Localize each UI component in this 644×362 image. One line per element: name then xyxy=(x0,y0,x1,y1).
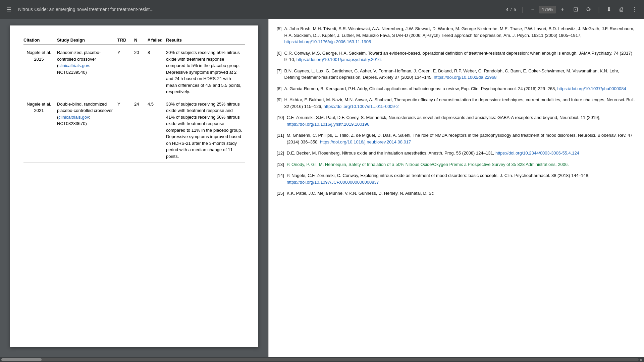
toolbar: ☰ Nitrous Oxide: an emerging novel treat… xyxy=(0,0,644,19)
zoom-out-button[interactable]: − xyxy=(528,5,537,14)
ref-content: C.R. Conway, M.S. George, H.A. Sackeim, … xyxy=(284,50,636,63)
header-trd: TRD xyxy=(117,36,134,45)
cell-failed: 8 xyxy=(148,45,166,98)
ref-content: A. Garcia-Romeu, B. Kersgaard, P.H. Addy… xyxy=(284,85,636,92)
ref-content: D.E. Becker, M. Rosenberg, Nitrous oxide… xyxy=(287,150,636,157)
ref-number: [10] xyxy=(277,114,284,127)
toolbar-right: ⊡ ⟳ | ⬇ ⎙ ⋮ xyxy=(571,4,640,14)
zoom-controls: − 175% + xyxy=(528,5,567,14)
document-title: Nitrous Oxide: an emerging novel treatme… xyxy=(18,7,502,12)
cell-failed: 4.5 xyxy=(148,98,166,163)
ref-content: A. John Rush, M.H. Trivedi, S.R. Wisniew… xyxy=(284,25,636,45)
pdf-panel: Citation Study Design TRD N # failed Res… xyxy=(0,19,268,362)
references-list: [5]A. John Rush, M.H. Trivedi, S.R. Wisn… xyxy=(277,25,636,197)
ref-number: [5] xyxy=(277,25,281,45)
ref-number: [9] xyxy=(277,97,281,110)
header-n: N xyxy=(134,36,148,45)
ref-link[interactable]: https://doi.org/10.1016/j.ynstr.2019.100… xyxy=(287,122,369,127)
main-content: Citation Study Design TRD N # failed Res… xyxy=(0,19,644,362)
ref-link[interactable]: https://doi.org/10.1016/j.neubiorev.2014… xyxy=(320,139,411,144)
cell-n: 20 xyxy=(134,45,148,98)
fit-page-button[interactable]: ⊡ xyxy=(571,4,581,14)
cell-study-design: Double-blind, randomized placebo-control… xyxy=(57,98,117,163)
reference-item: [15]K.K. Patel, J.C. Mejia Munne, V.R.N.… xyxy=(277,190,636,197)
cell-n: 24 xyxy=(134,98,148,163)
table-row: Nagele et al. 2021Double-blind, randomiz… xyxy=(23,98,245,163)
cell-trd: Y xyxy=(117,98,134,163)
ref-content: C.F. Zorumski, S.M. Paul, D.F. Covey, S.… xyxy=(287,114,636,127)
reference-item: [7]B.N. Gaynes, L. Lux, G. Gartlehner, G… xyxy=(277,68,636,81)
ref-number: [14] xyxy=(277,172,284,185)
ref-link[interactable]: https://doi.org/10.2344/0003-3006-55.4.1… xyxy=(495,150,579,156)
ref-number: [13] xyxy=(277,161,284,168)
reference-item: [11]M. Ghasemi, C. Phillips, L. Trillo, … xyxy=(277,132,636,145)
scroll-right-arrow[interactable]: ▶ xyxy=(640,358,644,362)
reference-item: [14]P. Nagele, C.F. Zorumski, C. Conway,… xyxy=(277,172,636,185)
ref-number: [8] xyxy=(277,85,281,92)
ref-content: M. Ghasemi, C. Phillips, L. Trillo, Z. d… xyxy=(287,132,636,145)
reference-item: [8]A. Garcia-Romeu, B. Kersgaard, P.H. A… xyxy=(277,85,636,92)
zoom-in-button[interactable]: + xyxy=(558,5,567,14)
menu-button[interactable]: ☰ xyxy=(4,5,14,14)
ref-number: [11] xyxy=(277,132,284,145)
reference-item: [6]C.R. Conway, M.S. George, H.A. Sackei… xyxy=(277,50,636,63)
header-failed: # failed xyxy=(148,36,166,45)
menu-icon: ☰ xyxy=(7,7,11,12)
cell-trd: Y xyxy=(117,45,134,98)
cell-results: 20% of subjects receiving 50% nitrous ox… xyxy=(166,45,245,98)
ref-link[interactable]: https://doi.org/10.1001/jamapsychiatry.2… xyxy=(297,57,382,62)
ref-link[interactable]: P. Onody, P. Gil, M. Hennequin, Safety o… xyxy=(287,162,569,167)
toolbar-divider-1: | xyxy=(522,6,523,13)
ref-content: K.K. Patel, J.C. Mejia Munne, V.R.N. Gun… xyxy=(287,190,636,197)
ref-link[interactable]: https://doi.org/10.1002/da.22968 xyxy=(434,75,496,80)
cell-citation: Nagele et al. 2015 xyxy=(23,45,57,98)
table-row: Nagele et al. 2015Randomized, placebo-co… xyxy=(23,45,245,98)
page-separator: / xyxy=(511,7,512,12)
scrollbar-thumb[interactable] xyxy=(1,358,42,361)
references-panel[interactable]: [5]A. John Rush, M.H. Trivedi, S.R. Wisn… xyxy=(268,19,644,362)
ref-link[interactable]: https://doi.org/10.1097/JCP.000000000000… xyxy=(287,180,379,185)
toolbar-divider-2: | xyxy=(598,6,600,13)
reference-item: [9]H. Akhtar, F. Bukhari, M. Nazir, M.N.… xyxy=(277,97,636,110)
ref-content: B.N. Gaynes, L. Lux, G. Gartlehner, G. A… xyxy=(284,68,636,81)
ref-number: [7] xyxy=(277,68,281,81)
reference-item: [12]D.E. Becker, M. Rosenberg, Nitrous o… xyxy=(277,150,636,157)
ref-link[interactable]: https://doi.org/10.1176/ajp.2006.163.11.… xyxy=(284,39,371,44)
history-button[interactable]: ⟳ xyxy=(584,4,594,14)
clinicaltrials-link[interactable]: clinicaltrials.gov xyxy=(58,63,89,68)
current-page: 4 xyxy=(506,7,508,12)
more-options-button[interactable]: ⋮ xyxy=(629,4,640,14)
print-button[interactable]: ⎙ xyxy=(617,5,626,14)
reference-item: [5]A. John Rush, M.H. Trivedi, S.R. Wisn… xyxy=(277,25,636,45)
ref-link[interactable]: https://doi.org/10.1007/s1...015-0009-2 xyxy=(324,104,399,109)
ref-link[interactable]: https://doi.org/10.1037/pha0000084 xyxy=(557,86,626,91)
zoom-level: 175% xyxy=(539,6,556,13)
header-citation: Citation xyxy=(23,36,57,45)
reference-item: [13]P. Onody, P. Gil, M. Hennequin, Safe… xyxy=(277,161,636,168)
header-results: Results xyxy=(166,36,245,45)
download-button[interactable]: ⬇ xyxy=(604,4,614,14)
ref-content: P. Onody, P. Gil, M. Hennequin, Safety o… xyxy=(287,161,636,168)
study-table: Citation Study Design TRD N # failed Res… xyxy=(23,36,245,163)
ref-content: P. Nagele, C.F. Zorumski, C. Conway, Exp… xyxy=(287,172,636,185)
ref-number: [6] xyxy=(277,50,281,63)
clinicaltrials-link[interactable]: clinicaltrials.gov xyxy=(58,115,89,120)
horizontal-scrollbar[interactable]: ▶ xyxy=(0,357,644,362)
reference-item: [10]C.F. Zorumski, S.M. Paul, D.F. Covey… xyxy=(277,114,636,127)
cell-results: 33% of subjects receiving 25% nitrous ox… xyxy=(166,98,245,163)
total-pages: 5 xyxy=(514,7,516,12)
ref-content: H. Akhtar, F. Bukhari, M. Nazir, M.N. An… xyxy=(284,97,636,110)
cell-citation: Nagele et al. 2021 xyxy=(23,98,57,163)
ref-number: [12] xyxy=(277,150,284,157)
header-study-design: Study Design xyxy=(57,36,117,45)
cell-study-design: Randomized, placebo-controlled crossover… xyxy=(57,45,117,98)
page-controls: 4 / 5 xyxy=(506,7,516,12)
ref-number: [15] xyxy=(277,190,284,197)
scrollbar-track[interactable] xyxy=(1,358,639,361)
pdf-page: Citation Study Design TRD N # failed Res… xyxy=(10,25,258,347)
